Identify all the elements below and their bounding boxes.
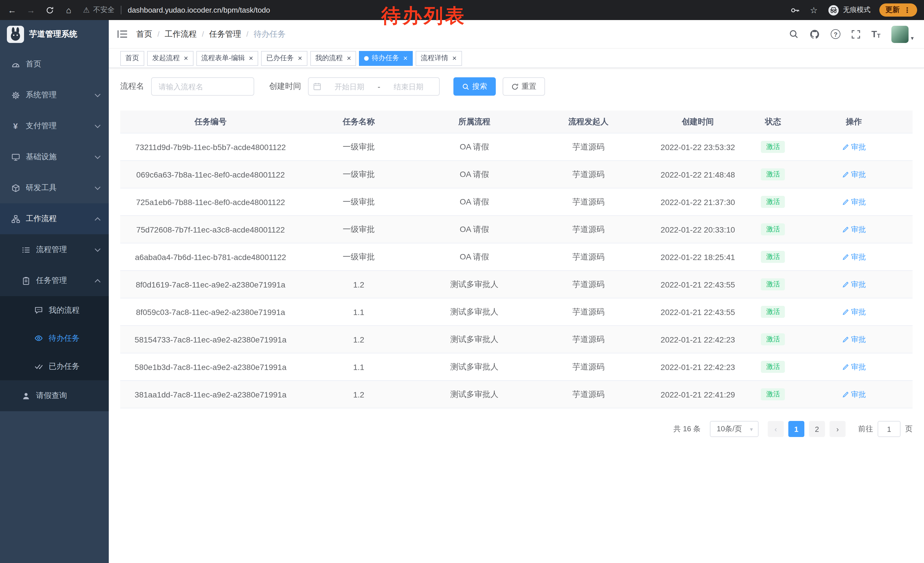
cell-starter: 芋道源码 bbox=[532, 334, 645, 344]
user-avatar[interactable] bbox=[891, 26, 909, 43]
tab-home[interactable]: 首页 bbox=[120, 51, 144, 66]
approve-link[interactable]: 审批 bbox=[842, 224, 866, 234]
security-label[interactable]: 不安全 bbox=[93, 5, 114, 15]
date-range-picker[interactable]: - bbox=[308, 77, 440, 96]
address-bar[interactable]: ⚠ 不安全 dashboard.yudao.iocoder.cn/bpm/tas… bbox=[83, 5, 270, 15]
goto-page-input[interactable] bbox=[878, 421, 900, 437]
chevron-up-icon bbox=[94, 217, 101, 221]
tab-my-process[interactable]: 我的流程 × bbox=[310, 51, 356, 66]
approve-link[interactable]: 审批 bbox=[842, 334, 866, 344]
fullscreen-icon[interactable] bbox=[851, 30, 861, 39]
sidebar-item-home[interactable]: 首页 bbox=[0, 49, 109, 80]
bookmark-star-icon[interactable]: ☆ bbox=[808, 5, 819, 15]
approve-link[interactable]: 审批 bbox=[842, 197, 866, 207]
sidebar-item-infrastructure[interactable]: 基础设施 bbox=[0, 141, 109, 173]
cell-starter: 芋道源码 bbox=[532, 142, 645, 152]
approve-link[interactable]: 审批 bbox=[842, 252, 866, 262]
breadcrumb-item[interactable]: 首页 bbox=[136, 29, 152, 39]
sidebar-item-payment[interactable]: ¥ 支付管理 bbox=[0, 111, 109, 141]
close-icon[interactable]: × bbox=[298, 54, 302, 62]
tab-done-tasks[interactable]: 已办任务 × bbox=[261, 51, 307, 66]
sidebar-item-task-management[interactable]: 任务管理 bbox=[0, 265, 109, 296]
app-logo-row[interactable]: 芋道管理系统 bbox=[0, 20, 109, 49]
breadcrumb-item[interactable]: 工作流程 bbox=[165, 29, 196, 39]
caret-down-icon: ▾ bbox=[750, 426, 753, 432]
sidebar-item-process-management[interactable]: 流程管理 bbox=[0, 234, 109, 265]
browser-update-button[interactable]: 更新 ⋮ bbox=[879, 3, 917, 17]
table-row: 8f059c03-7ac8-11ec-a9e2-a2380e71991a 1.1… bbox=[120, 299, 912, 326]
sidebar-item-done-tasks[interactable]: 已办任务 bbox=[0, 352, 109, 380]
close-icon[interactable]: × bbox=[347, 54, 351, 62]
breadcrumb-item[interactable]: 任务管理 bbox=[209, 29, 241, 39]
browser-menu-icon[interactable]: ⋮ bbox=[904, 6, 911, 14]
user-menu[interactable]: ▾ bbox=[891, 26, 914, 43]
github-icon[interactable] bbox=[810, 29, 820, 39]
font-size-icon[interactable]: TT bbox=[872, 30, 880, 39]
cell-task-id: 75d72608-7b7f-11ec-a3c8-acde48001122 bbox=[120, 225, 301, 234]
search-button[interactable]: 搜索 bbox=[453, 77, 496, 96]
tab-todo-tasks[interactable]: 待办任务 × bbox=[359, 51, 413, 66]
tab-label: 发起流程 bbox=[152, 53, 180, 63]
sidebar-item-my-process[interactable]: 我的流程 bbox=[0, 296, 109, 324]
approve-link[interactable]: 审批 bbox=[842, 389, 866, 399]
edit-pen-icon bbox=[842, 336, 849, 343]
dashboard-icon bbox=[10, 60, 21, 68]
help-icon[interactable]: ? bbox=[831, 29, 840, 39]
end-date-input[interactable] bbox=[383, 82, 435, 91]
sidebar-collapse-icon[interactable] bbox=[117, 30, 128, 38]
reset-button[interactable]: 重置 bbox=[502, 77, 545, 96]
approve-link[interactable]: 审批 bbox=[842, 362, 866, 372]
sidebar-item-label: 流程管理 bbox=[36, 245, 94, 255]
search-icon bbox=[462, 83, 470, 90]
sidebar-item-todo-tasks[interactable]: 待办任务 bbox=[0, 324, 109, 352]
tab-process-form-edit[interactable]: 流程表单-编辑 × bbox=[196, 51, 258, 66]
approve-link[interactable]: 审批 bbox=[842, 169, 866, 180]
page-size-select[interactable]: 10条/页 ▾ bbox=[710, 421, 759, 437]
breadcrumb: 首页 / 工作流程 / 任务管理 / 待办任务 bbox=[136, 29, 286, 39]
cell-process: OA 请假 bbox=[417, 224, 532, 234]
page-button-2[interactable]: 2 bbox=[809, 421, 825, 437]
edit-pen-icon bbox=[842, 198, 849, 205]
close-icon[interactable]: × bbox=[184, 54, 188, 62]
status-badge: 激活 bbox=[761, 361, 785, 373]
start-date-input[interactable] bbox=[324, 82, 375, 91]
close-icon[interactable]: × bbox=[452, 54, 456, 62]
chevron-down-icon bbox=[94, 186, 101, 190]
sidebar-item-system[interactable]: 系统管理 bbox=[0, 80, 109, 111]
search-icon[interactable] bbox=[789, 29, 799, 39]
key-icon[interactable] bbox=[790, 6, 800, 15]
chevron-down-icon bbox=[94, 124, 101, 128]
approve-link[interactable]: 审批 bbox=[842, 307, 866, 317]
update-label: 更新 bbox=[885, 5, 900, 15]
url-text[interactable]: dashboard.yudao.iocoder.cn/bpm/task/todo bbox=[128, 6, 270, 14]
next-page-button[interactable]: › bbox=[830, 421, 846, 437]
cell-task-name: 一级审批 bbox=[301, 142, 417, 152]
breadcrumb-separator: / bbox=[246, 30, 249, 38]
sidebar-item-workflow[interactable]: 工作流程 bbox=[0, 203, 109, 234]
prev-page-button[interactable]: ‹ bbox=[768, 421, 784, 437]
forward-icon[interactable]: → bbox=[26, 5, 36, 15]
sidebar-item-label: 请假查询 bbox=[36, 390, 101, 401]
column-header: 任务名称 bbox=[301, 117, 417, 127]
process-name-input[interactable] bbox=[151, 77, 254, 96]
cell-create-time: 2022-01-21 22:43:55 bbox=[645, 280, 751, 289]
sidebar-item-leave-query[interactable]: 请假查询 bbox=[0, 380, 109, 411]
yen-icon: ¥ bbox=[10, 122, 21, 131]
sidebar-item-dev-tools[interactable]: 研发工具 bbox=[0, 173, 109, 203]
home-icon[interactable]: ⌂ bbox=[63, 5, 74, 15]
tab-initiate-process[interactable]: 发起流程 × bbox=[147, 51, 193, 66]
close-icon[interactable]: × bbox=[249, 54, 253, 62]
reload-icon[interactable] bbox=[45, 6, 55, 14]
active-dot bbox=[364, 56, 369, 60]
back-icon[interactable]: ← bbox=[7, 5, 17, 15]
table-row: 58154733-7ac8-11ec-a9e2-a2380e71991a 1.2… bbox=[120, 326, 912, 353]
approve-link[interactable]: 审批 bbox=[842, 142, 866, 152]
close-icon[interactable]: × bbox=[404, 54, 408, 62]
goto-label: 前往 bbox=[858, 424, 873, 434]
status-badge: 激活 bbox=[761, 388, 785, 400]
page-button-1[interactable]: 1 bbox=[788, 421, 804, 437]
process-name-label: 流程名 bbox=[120, 81, 144, 92]
tab-process-detail[interactable]: 流程详情 × bbox=[416, 51, 462, 66]
search-button-label: 搜索 bbox=[472, 81, 487, 92]
approve-link[interactable]: 审批 bbox=[842, 279, 866, 290]
